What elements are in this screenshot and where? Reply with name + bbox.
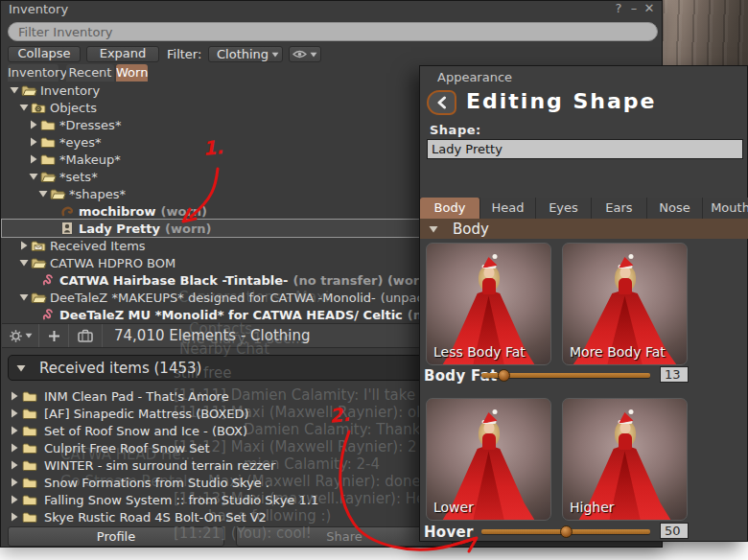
folder-icon bbox=[22, 494, 40, 506]
window-control-button[interactable]: ? bbox=[611, 1, 626, 15]
hover-higher-thumbnail[interactable]: Higher bbox=[562, 398, 688, 521]
tree-item-label: *eyes* bbox=[59, 135, 101, 150]
appearance-tab[interactable]: Mouth bbox=[703, 198, 748, 219]
window-control-button[interactable]: – bbox=[626, 1, 642, 15]
folder-icon bbox=[39, 118, 57, 131]
folder-open-icon bbox=[30, 291, 47, 304]
tri-right-icon[interactable] bbox=[11, 426, 22, 435]
folder-icon bbox=[22, 390, 40, 403]
appearance-tab[interactable]: Eyes bbox=[536, 198, 592, 219]
tri-right-icon[interactable] bbox=[27, 119, 39, 130]
inventory-tab[interactable]: Recent bbox=[66, 64, 114, 82]
folder-icon bbox=[22, 459, 40, 472]
tri-down-icon[interactable] bbox=[17, 292, 30, 303]
inventory-tab[interactable]: Worn bbox=[116, 64, 148, 82]
folder-open-icon bbox=[49, 187, 66, 200]
tri-right-icon[interactable] bbox=[17, 240, 30, 251]
appearance-tab[interactable]: Ears bbox=[592, 198, 647, 219]
body-fat-slider-row: Body Fat 13 bbox=[420, 366, 748, 384]
tattoo-icon bbox=[39, 273, 57, 287]
hover-slider-track[interactable] bbox=[481, 529, 650, 534]
spacer[interactable] bbox=[46, 205, 58, 217]
tri-right-icon[interactable] bbox=[11, 478, 22, 487]
spacer[interactable] bbox=[46, 222, 58, 234]
folder-open-icon bbox=[30, 256, 47, 269]
body-fat-slider-track[interactable] bbox=[481, 373, 650, 378]
slider-label: Hover bbox=[424, 524, 474, 541]
chevron-down-icon bbox=[310, 52, 317, 58]
folder-icon bbox=[39, 135, 57, 149]
inventory-tab[interactable]: Inventory bbox=[8, 64, 58, 82]
tri-down-icon[interactable] bbox=[27, 171, 39, 182]
folder-icon bbox=[22, 511, 40, 524]
received-folder-label: Snow Formations from Studio Skye . bbox=[44, 476, 269, 490]
chevron-down-icon bbox=[16, 364, 26, 372]
suitcase-icon bbox=[78, 329, 93, 342]
tri-down-icon[interactable] bbox=[17, 257, 30, 268]
tri-down-icon[interactable] bbox=[8, 84, 20, 96]
tree-item-label: *sets* bbox=[59, 170, 98, 184]
inventory-window-title: Inventory bbox=[9, 2, 68, 16]
less-body-fat-thumbnail[interactable]: Less Body Fat bbox=[426, 243, 551, 365]
body-accordion-label: Body bbox=[453, 221, 489, 238]
tri-down-icon[interactable] bbox=[36, 188, 49, 199]
shape-icon bbox=[58, 222, 76, 235]
window-control-button[interactable]: ✕ bbox=[642, 1, 657, 15]
visibility-dropdown[interactable] bbox=[289, 46, 321, 62]
hover-slider-knob[interactable] bbox=[560, 525, 573, 538]
tri-right-icon[interactable] bbox=[27, 136, 39, 148]
collapse-button[interactable]: Collapse bbox=[8, 46, 81, 62]
chevron-down-icon bbox=[25, 333, 33, 338]
expand-button[interactable]: Expand bbox=[86, 46, 159, 62]
spacer[interactable] bbox=[27, 309, 39, 320]
shape-name-input[interactable] bbox=[427, 139, 743, 159]
options-gear-button[interactable] bbox=[2, 324, 39, 347]
tree-item-suffix: (no transfer) (worn) bbox=[293, 273, 434, 288]
body-fat-slider-knob[interactable] bbox=[498, 369, 510, 382]
tri-right-icon[interactable] bbox=[11, 391, 22, 401]
shape-label: Shape: bbox=[430, 123, 481, 137]
thumbnail-label: Lower bbox=[433, 500, 474, 515]
folder-icon bbox=[22, 477, 40, 489]
hover-value-box[interactable]: 50 bbox=[660, 523, 689, 539]
thumbnail-label: Higher bbox=[570, 500, 615, 515]
appearance-tab[interactable]: Nose bbox=[647, 198, 703, 219]
body-accordion-header[interactable]: Body bbox=[420, 219, 748, 239]
tri-right-icon[interactable] bbox=[11, 408, 22, 418]
tri-right-icon[interactable] bbox=[11, 443, 22, 453]
appearance-window: Appearance Editing Shape Shape: BodyHead… bbox=[419, 65, 748, 542]
received-folder-label: WINTER - sim surround terrain rezzer bbox=[44, 458, 275, 473]
more-body-fat-thumbnail[interactable]: More Body Fat bbox=[562, 243, 688, 365]
tri-right-icon[interactable] bbox=[11, 460, 22, 470]
filter-type-dropdown[interactable]: Clothing bbox=[208, 46, 283, 62]
filter-type-value: Clothing bbox=[209, 47, 269, 61]
profile-button[interactable]: Profile bbox=[8, 526, 224, 547]
hover-lower-thumbnail[interactable]: Lower bbox=[426, 398, 551, 521]
filter-inventory-input[interactable] bbox=[8, 22, 658, 41]
folder-icon bbox=[22, 442, 40, 455]
appearance-tab[interactable]: Body bbox=[420, 198, 480, 219]
received-folder-icon bbox=[30, 239, 47, 252]
screenshot-stage: Inventory ?–✕ Collapse Expand Filter: Cl… bbox=[0, 0, 748, 560]
back-button[interactable] bbox=[427, 90, 456, 115]
spacer[interactable] bbox=[27, 274, 39, 286]
tri-right-icon[interactable] bbox=[27, 153, 39, 165]
tree-item-label: Inventory bbox=[40, 83, 100, 98]
tree-item-label: Received Items bbox=[50, 239, 146, 253]
tri-down-icon[interactable] bbox=[17, 102, 30, 113]
add-new-button[interactable] bbox=[39, 324, 69, 347]
folder-icon bbox=[22, 408, 40, 420]
plus-icon bbox=[48, 330, 60, 342]
filter-label: Filter: bbox=[167, 47, 201, 61]
tree-item-suffix: (worn) bbox=[165, 222, 212, 236]
tri-right-icon[interactable] bbox=[11, 495, 22, 504]
tri-right-icon[interactable] bbox=[11, 512, 22, 522]
tree-item-suffix: (worn) bbox=[161, 204, 208, 219]
window-controls: ?–✕ bbox=[611, 1, 657, 15]
body-fat-value-box[interactable]: 13 bbox=[660, 366, 689, 383]
appearance-tab[interactable]: Head bbox=[480, 198, 536, 219]
tree-item-label: *Makeup* bbox=[59, 152, 121, 167]
received-items-header-label: Received items (1453) bbox=[39, 360, 201, 377]
tree-item-label: CATWA Hairbase Black -Tintable- bbox=[59, 273, 289, 288]
outfit-case-button[interactable] bbox=[69, 324, 103, 347]
